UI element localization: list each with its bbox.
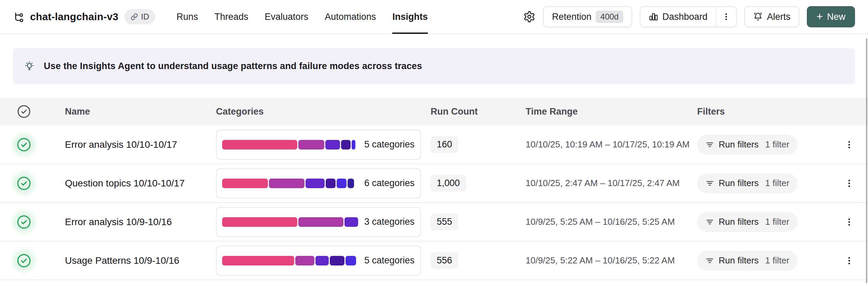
category-segment xyxy=(295,256,315,265)
gear-icon xyxy=(523,11,535,23)
category-segment xyxy=(222,140,297,150)
lightbulb-icon xyxy=(24,61,35,72)
column-header-filters: Filters xyxy=(697,106,830,117)
row-menu-button[interactable] xyxy=(841,214,857,230)
category-segment xyxy=(298,140,324,150)
insight-name-link[interactable]: Question topics 10/10-10/17 xyxy=(65,178,185,188)
run-count-badge: 555 xyxy=(431,213,458,230)
kebab-icon xyxy=(722,12,731,21)
kebab-icon xyxy=(844,217,854,227)
status-halo xyxy=(10,247,38,275)
category-segment xyxy=(222,179,268,188)
row-menu-button[interactable] xyxy=(841,175,857,192)
category-segment xyxy=(337,179,347,188)
table-row[interactable]: Error analysis 10/9-10/16 3 categories 5… xyxy=(0,203,868,242)
banner-text: Use the Insights Agent to understand usa… xyxy=(44,61,422,72)
status-halo xyxy=(10,169,38,197)
project-title: chat-langchain-v3 xyxy=(30,11,118,23)
column-header-name: Name xyxy=(48,106,216,117)
success-check-icon xyxy=(16,253,32,269)
time-range-text: 10/9/25, 5:25 AM – 10/16/25, 5:25 AM xyxy=(526,217,675,227)
category-segment xyxy=(326,179,336,188)
categories-count-label: 3 categories xyxy=(364,217,415,227)
tab-insights[interactable]: Insights xyxy=(392,0,428,34)
category-segment xyxy=(345,256,356,265)
bar-chart-icon xyxy=(649,12,658,22)
tab-evaluators[interactable]: Evaluators xyxy=(265,0,309,34)
vertical-scrollbar[interactable] xyxy=(866,38,867,283)
kebab-icon xyxy=(844,256,854,265)
status-halo xyxy=(10,208,38,236)
status-halo xyxy=(10,131,38,159)
categories-bar xyxy=(222,140,360,150)
tab-runs[interactable]: Runs xyxy=(176,0,198,34)
run-filters-pill[interactable]: Run filters 1 filter xyxy=(697,173,798,193)
id-pill-label: ID xyxy=(141,12,149,22)
table-row[interactable]: Error analysis 10/10-10/17 5 categories … xyxy=(0,126,868,164)
alerts-label: Alerts xyxy=(767,12,790,22)
category-segment xyxy=(269,179,304,188)
category-segment xyxy=(306,179,325,188)
time-range-text: 10/9/25, 5:22 AM – 10/16/25, 5:22 AM xyxy=(526,255,675,265)
retention-button[interactable]: Retention 400d xyxy=(543,6,632,27)
alerts-button[interactable]: Alerts xyxy=(744,6,799,27)
run-filters-pill[interactable]: Run filters 1 filter xyxy=(697,212,798,232)
tab-automations[interactable]: Automations xyxy=(325,0,376,34)
top-actions: Retention 400d Dashboard xyxy=(523,6,855,27)
success-check-icon xyxy=(16,214,32,230)
settings-button[interactable] xyxy=(523,11,535,23)
run-count-badge: 160 xyxy=(431,136,458,153)
category-segment xyxy=(222,256,294,265)
table-row[interactable]: Usage Patterns 10/9-10/16 5 categories 5… xyxy=(0,242,868,280)
category-segment xyxy=(341,140,350,150)
tab-threads[interactable]: Threads xyxy=(215,0,248,34)
categories-card[interactable]: 5 categories xyxy=(216,246,421,276)
dashboard-button[interactable]: Dashboard xyxy=(640,7,716,27)
categories-count-label: 5 categories xyxy=(364,255,415,266)
row-menu-button[interactable] xyxy=(841,252,857,269)
dashboard-split-button: Dashboard xyxy=(640,6,737,27)
run-filters-pill[interactable]: Run filters 1 filter xyxy=(697,251,798,271)
filter-count-label: 1 filter xyxy=(765,255,789,266)
time-range-text: 10/10/25, 2:47 AM – 10/17/25, 2:47 AM xyxy=(526,178,680,188)
table-header: Name Categories Run Count Time Range Fil… xyxy=(0,98,868,126)
column-header-run-count: Run Count xyxy=(431,106,526,117)
dashboard-menu-button[interactable] xyxy=(716,7,736,27)
run-filters-pill[interactable]: Run filters 1 filter xyxy=(697,135,798,155)
categories-bar xyxy=(222,256,360,265)
filter-count-label: 1 filter xyxy=(765,139,789,150)
row-menu-button[interactable] xyxy=(841,136,857,153)
categories-card[interactable]: 3 categories xyxy=(216,207,421,237)
category-segment xyxy=(298,217,344,227)
categories-count-label: 6 categories xyxy=(364,178,415,188)
categories-card[interactable]: 5 categories xyxy=(216,130,421,160)
filter-icon xyxy=(705,256,714,265)
categories-bar xyxy=(222,217,360,227)
filter-icon xyxy=(705,218,714,226)
success-check-icon xyxy=(16,176,32,191)
run-count-badge: 556 xyxy=(431,252,458,269)
top-bar: chat-langchain-v3 ID Runs Threads Evalua… xyxy=(0,0,868,34)
trace-tree-icon xyxy=(13,11,25,23)
insights-table-body: Error analysis 10/10-10/17 5 categories … xyxy=(0,126,868,280)
category-segment xyxy=(344,217,358,227)
categories-count-label: 5 categories xyxy=(364,139,415,150)
category-segment xyxy=(348,179,354,188)
categories-card[interactable]: 6 categories xyxy=(216,168,421,198)
copy-id-pill[interactable]: ID xyxy=(124,9,155,24)
new-button-label: New xyxy=(827,12,845,22)
retention-label: Retention xyxy=(552,12,592,22)
dashboard-label: Dashboard xyxy=(662,12,707,22)
new-button[interactable]: + New xyxy=(807,6,855,27)
bell-icon xyxy=(753,12,763,22)
insight-name-link[interactable]: Error analysis 10/9-10/16 xyxy=(65,217,172,227)
categories-bar xyxy=(222,179,360,188)
insight-name-link[interactable]: Error analysis 10/10-10/17 xyxy=(65,139,177,150)
filter-icon xyxy=(705,140,714,149)
insight-name-link[interactable]: Usage Patterns 10/9-10/16 xyxy=(65,255,179,266)
filter-count-label: 1 filter xyxy=(765,178,789,188)
run-filters-label: Run filters xyxy=(719,217,759,227)
category-segment xyxy=(222,217,297,227)
table-row[interactable]: Question topics 10/10-10/17 6 categories… xyxy=(0,164,868,203)
select-all-check-icon[interactable] xyxy=(16,104,31,119)
